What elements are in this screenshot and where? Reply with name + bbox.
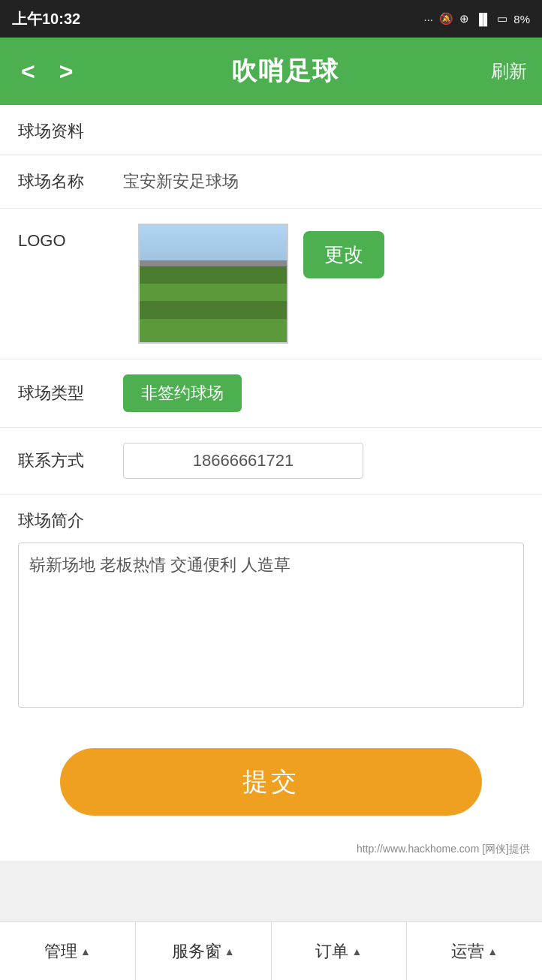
field-desc-label: 球场简介 (18, 510, 524, 532)
contact-input[interactable] (123, 443, 363, 479)
field-type-label: 球场类型 (18, 382, 123, 404)
logo-image (138, 224, 288, 344)
status-icons: ··· 🔕 ⊕ ▐▌ ▭ 8% (424, 12, 530, 26)
field-desc-section: 球场简介 (0, 495, 542, 726)
bottom-nav-orders-label: 订单 (315, 940, 348, 963)
watermark: http://www.hackhome.com [网侠]提供 (0, 838, 542, 861)
field-contact-row: 联系方式 (0, 428, 542, 495)
bottom-nav-orders[interactable]: 订单 ▲ (272, 922, 408, 980)
desc-textarea[interactable] (18, 543, 524, 708)
bottom-nav-orders-caret: ▲ (351, 945, 362, 957)
bottom-nav: 管理 ▲ 服务窗 ▲ 订单 ▲ 运营 ▲ (0, 921, 542, 980)
page-title: 吹哨足球 (231, 54, 339, 89)
logo-image-visual (140, 225, 287, 342)
status-time: 上午10:32 (12, 9, 80, 29)
submit-section: 提交 (0, 726, 542, 838)
bottom-nav-operations[interactable]: 运营 ▲ (407, 922, 542, 980)
submit-button[interactable]: 提交 (60, 748, 482, 816)
forward-arrow-button[interactable]: > (53, 55, 80, 89)
field-name-row: 球场名称 宝安新安足球场 (0, 155, 542, 209)
field-logo-label: LOGO (18, 224, 123, 251)
section-header: 球场资料 (0, 105, 542, 155)
bottom-nav-manage-label: 管理 (44, 940, 77, 963)
battery-level: 8% (513, 13, 530, 26)
type-badge[interactable]: 非签约球场 (123, 374, 242, 412)
field-contact-label: 联系方式 (18, 449, 123, 472)
signal-icon: ▐▌ (475, 13, 491, 26)
field-type-row: 球场类型 非签约球场 (0, 359, 542, 428)
change-logo-button[interactable]: 更改 (303, 231, 384, 278)
bottom-nav-service-caret: ▲ (224, 945, 235, 957)
field-logo-row: LOGO 更改 (0, 209, 542, 359)
content-area: 球场资料 球场名称 宝安新安足球场 LOGO 更改 球场类型 非签约球场 联系方… (0, 105, 542, 861)
wifi-icon: ⊕ (459, 12, 469, 26)
bottom-nav-manage-caret: ▲ (80, 945, 91, 957)
field-name-value: 宝安新安足球场 (123, 170, 524, 193)
refresh-button[interactable]: 刷新 (491, 59, 527, 83)
bottom-nav-service-label: 服务窗 (172, 940, 221, 963)
bottom-nav-operations-caret: ▲ (487, 945, 498, 957)
field-name-label: 球场名称 (18, 170, 123, 193)
nav-bar: < > 吹哨足球 刷新 (0, 38, 542, 105)
status-bar: 上午10:32 ··· 🔕 ⊕ ▐▌ ▭ 8% (0, 0, 542, 38)
bottom-nav-service[interactable]: 服务窗 ▲ (136, 922, 272, 980)
battery-icon: ▭ (497, 12, 507, 26)
ellipsis-icon: ··· (424, 13, 434, 26)
bottom-nav-manage[interactable]: 管理 ▲ (0, 922, 136, 980)
bottom-nav-operations-label: 运营 (451, 940, 484, 963)
nav-arrows: < > (15, 55, 79, 89)
mute-icon: 🔕 (439, 12, 453, 26)
back-arrow-button[interactable]: < (15, 55, 41, 89)
